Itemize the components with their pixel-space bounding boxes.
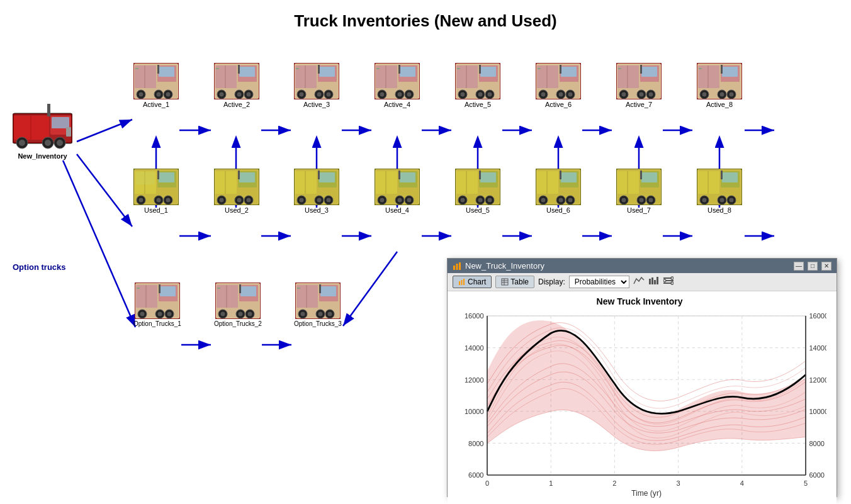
histogram-icon-btn[interactable] <box>648 276 660 288</box>
svg-point-196 <box>317 198 322 203</box>
svg-rect-306 <box>456 264 458 270</box>
line-chart-icon-btn[interactable] <box>633 276 645 288</box>
svg-rect-45 <box>66 127 71 137</box>
svg-rect-91 <box>400 67 415 77</box>
settings-icon-btn[interactable] <box>663 276 673 288</box>
svg-point-222 <box>478 198 483 203</box>
svg-rect-253 <box>722 172 738 182</box>
svg-rect-309 <box>461 280 463 285</box>
active-8-node[interactable]: Active_8 <box>697 63 742 108</box>
svg-rect-304 <box>297 288 300 289</box>
svg-point-183 <box>237 198 242 203</box>
svg-rect-316 <box>651 277 653 284</box>
used-3-node[interactable]: Used_3 <box>294 169 339 214</box>
option-trucks-1-node[interactable]: Option_Trucks_1 <box>133 283 181 327</box>
svg-rect-170 <box>157 171 159 179</box>
svg-rect-310 <box>463 279 465 285</box>
svg-text:3: 3 <box>677 479 680 487</box>
chart-tab-button[interactable]: Chart <box>453 276 492 288</box>
svg-text:12000: 12000 <box>465 376 484 384</box>
svg-point-53 <box>139 92 144 97</box>
new-inventory-node[interactable]: New_Inventory <box>13 101 72 160</box>
option-trucks-3-node[interactable]: Option_Trucks_3 <box>294 283 342 327</box>
svg-rect-101 <box>376 68 380 69</box>
svg-rect-319 <box>663 277 671 279</box>
option-trucks-label: Option trucks <box>13 261 66 272</box>
svg-rect-171 <box>136 172 155 184</box>
svg-rect-290 <box>217 288 220 289</box>
svg-rect-227 <box>561 172 577 182</box>
used-4-node[interactable]: Used_4 <box>375 169 420 214</box>
svg-point-39 <box>19 140 25 146</box>
used-2-node[interactable]: Used_2 <box>214 169 259 214</box>
used-7-label: Used_7 <box>627 206 651 214</box>
svg-text:16000: 16000 <box>809 312 827 320</box>
svg-point-257 <box>702 198 707 203</box>
option-trucks-1-label: Option_Trucks_1 <box>133 320 181 327</box>
display-select[interactable]: Probabilities <box>569 276 629 288</box>
table-tab-button[interactable]: Table <box>495 276 534 288</box>
svg-rect-305 <box>453 266 455 270</box>
active-6-node[interactable]: Active_6 <box>536 63 581 108</box>
svg-rect-115 <box>457 68 460 69</box>
svg-rect-249 <box>640 171 642 179</box>
svg-rect-59 <box>135 68 138 69</box>
minimize-button[interactable]: — <box>794 262 804 271</box>
used-5-node[interactable]: Used_5 <box>455 169 500 214</box>
chart-tab-icon <box>458 278 466 286</box>
used-8-node[interactable]: Used_8 <box>697 169 742 214</box>
option-trucks-2-node[interactable]: Option_Trucks_2 <box>214 283 262 327</box>
svg-point-167 <box>166 198 171 203</box>
bar-chart-icon <box>453 262 461 271</box>
svg-point-69 <box>247 92 251 97</box>
svg-point-218 <box>461 198 465 203</box>
svg-point-113 <box>478 92 483 97</box>
svg-rect-176 <box>215 171 237 194</box>
svg-point-324 <box>671 282 673 284</box>
chart-area: New Truck Inventory <box>448 291 837 504</box>
close-button[interactable]: ✕ <box>821 262 831 271</box>
svg-rect-294 <box>320 286 336 296</box>
active-2-node[interactable]: Active_2 <box>214 63 259 108</box>
svg-rect-280 <box>240 286 256 296</box>
used-7-node[interactable]: Used_7 <box>616 169 662 214</box>
svg-point-71 <box>237 92 242 97</box>
active-5-node[interactable]: Active_5 <box>455 63 500 108</box>
svg-text:8000: 8000 <box>809 440 825 447</box>
svg-point-322 <box>663 279 666 282</box>
active-7-label: Active_7 <box>626 101 652 108</box>
svg-point-207 <box>407 198 412 203</box>
svg-point-248 <box>640 198 644 203</box>
svg-point-127 <box>559 92 563 97</box>
used-1-node[interactable]: Used_1 <box>133 169 179 214</box>
svg-rect-215 <box>456 171 478 194</box>
svg-text:12000: 12000 <box>809 376 827 384</box>
svg-text:14000: 14000 <box>809 344 827 352</box>
svg-rect-275 <box>159 284 161 293</box>
svg-point-81 <box>300 92 304 97</box>
svg-point-99 <box>398 92 402 97</box>
svg-line-3 <box>77 154 132 227</box>
svg-rect-303 <box>319 284 321 293</box>
maximize-button[interactable]: □ <box>808 262 818 271</box>
page-title: Truck Inventories (New and Used) <box>0 0 851 37</box>
svg-rect-36 <box>14 116 49 140</box>
used-4-label: Used_4 <box>385 206 409 214</box>
svg-point-209 <box>398 198 402 203</box>
svg-point-300 <box>327 312 332 316</box>
svg-text:2: 2 <box>612 479 616 487</box>
svg-point-123 <box>541 92 546 97</box>
svg-rect-240 <box>641 172 657 182</box>
used-6-node[interactable]: Used_6 <box>536 169 581 214</box>
svg-rect-236 <box>560 171 561 179</box>
active-1-node[interactable]: Active_1 <box>133 63 179 108</box>
svg-point-192 <box>300 198 304 203</box>
display-label: Display: <box>538 277 565 286</box>
chart-toolbar: Chart Table Display: Probabilities <box>448 273 837 291</box>
svg-rect-86 <box>318 65 320 74</box>
active-3-node[interactable]: Active_3 <box>294 63 339 108</box>
svg-rect-143 <box>618 68 621 69</box>
svg-rect-44 <box>47 104 50 116</box>
active-7-node[interactable]: Active_7 <box>616 63 662 108</box>
active-4-node[interactable]: Active_4 <box>375 63 420 108</box>
